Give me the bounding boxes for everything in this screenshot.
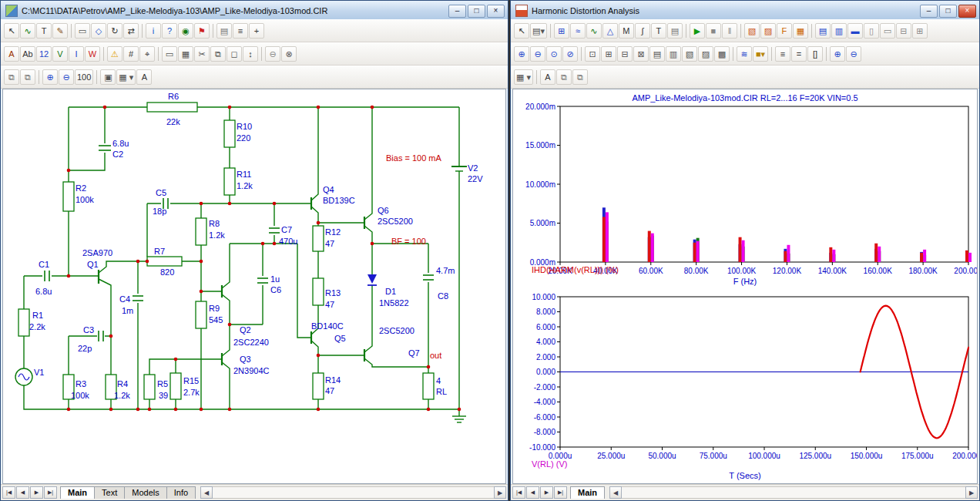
page-nav-first[interactable]: |◀ [512, 486, 525, 499]
tool-select-tool[interactable]: ↖ [514, 23, 529, 39]
scroll-left-button[interactable]: ◀ [200, 486, 213, 499]
tool-checkbox-icon[interactable]: ◻ [227, 46, 242, 62]
tool-disable-icon[interactable]: ⊖ [265, 46, 280, 62]
tool-off-icon[interactable]: ⊗ [281, 46, 297, 62]
tool-attribute-text-icon[interactable]: A [4, 46, 19, 62]
scroll-right-button[interactable]: ▶ [494, 486, 506, 499]
tool-magnify-out-icon[interactable]: ⊖ [846, 46, 861, 62]
tool-grid-on-icon[interactable]: ▩ [714, 46, 730, 62]
tool-fft-icon[interactable]: F [777, 23, 792, 39]
tool-sep1[interactable] [39, 70, 39, 84]
tool-slope-icon[interactable]: △ [602, 23, 618, 39]
tool-tile-h-icon[interactable]: ▭ [880, 23, 895, 39]
tool-scope-mode-icon[interactable]: ⊞ [554, 23, 569, 39]
plot-region[interactable]: AMP_Like-Melodiya-103mod.CIR RL=2...16 F… [512, 89, 978, 484]
tool-zoom-in-icon[interactable]: ⊕ [514, 46, 529, 62]
tool-zoom-100-icon[interactable]: 100 [75, 69, 93, 85]
tool-sep2[interactable] [158, 47, 159, 61]
tool-sep1[interactable] [536, 70, 537, 84]
tool-rectangle-tool[interactable]: ▭ [75, 23, 90, 39]
tool-zoom-select-icon[interactable]: ⊙ [546, 46, 562, 62]
tool-copy-icon[interactable]: ⧉ [210, 46, 226, 62]
tool-node-voltages-icon[interactable]: V [52, 46, 68, 62]
window-control-maximize[interactable]: □ [939, 5, 957, 18]
tool-magnify-in-icon[interactable]: ⊕ [830, 46, 845, 62]
transient-legend[interactable]: V(RL) (V) [532, 459, 567, 469]
page-nav-prev[interactable]: ◀ [526, 486, 539, 499]
tool-crosshair-icon[interactable]: ⌖ [139, 46, 155, 62]
tool-sep3[interactable] [771, 47, 772, 61]
tool-annotate-icon[interactable]: A [540, 69, 555, 85]
tool-sep1[interactable] [103, 47, 104, 61]
tool-annotate-icon[interactable]: A [136, 69, 152, 85]
tool-sep3[interactable] [740, 24, 741, 38]
tool-waveform-icon[interactable]: ≈ [570, 23, 586, 39]
tool-graphics-tool[interactable]: ✎ [52, 23, 68, 39]
schematic-titlebar[interactable]: C:\MC11\DATA\Petrov\AMP_Like-Melodiya-10… [1, 1, 508, 19]
tool-camera-icon[interactable]: ▣ [100, 69, 116, 85]
tool-sep4[interactable] [826, 47, 827, 61]
tool-pause-button[interactable]: ‖ [722, 23, 737, 39]
transient-plot-svg[interactable]: 10.0008.0006.0004.0002.0000.000-2.000-4.… [513, 287, 978, 484]
tool-info-tool[interactable]: i [146, 23, 161, 39]
tab-info[interactable]: Info [166, 486, 196, 499]
tool-list-icon[interactable]: ≡ [775, 46, 790, 62]
tool-sep3[interactable] [261, 47, 262, 61]
tool-cursor-left-icon[interactable]: ▧ [744, 23, 760, 39]
tool-point-tag-tool[interactable]: ◉ [178, 23, 193, 39]
page-nav-first[interactable]: |◀ [2, 486, 15, 499]
tool-calc-icon[interactable]: = [791, 46, 807, 62]
schematic-canvas[interactable]: R622kR10220R111.2k6.8uC2R2100kC518pR81.2… [2, 89, 506, 484]
tool-find-part-icon[interactable]: + [249, 23, 264, 39]
tool-data-points-icon[interactable]: ▦ [793, 23, 808, 39]
tool-flag-tool[interactable]: ⚑ [194, 23, 210, 39]
tool-sep3[interactable] [213, 24, 213, 38]
tool-polygon-tool[interactable]: ◇ [91, 23, 106, 39]
tab-main[interactable]: Main [60, 486, 95, 499]
tool-list-icon[interactable]: ≡ [233, 23, 248, 39]
tool-pin-names-icon[interactable]: Ab [20, 46, 35, 62]
tool-flip-tool[interactable]: ⇄ [123, 23, 139, 39]
tool-run-button[interactable]: ▶ [690, 23, 705, 39]
distortion-legend[interactable]: IHD(HARM(v(RL))) (%) [532, 265, 619, 274]
tool-sine-icon[interactable]: ∿ [586, 23, 602, 39]
tool-currents-icon[interactable]: I [69, 46, 84, 62]
tool-clip2-icon[interactable]: ⧉ [572, 69, 588, 85]
tool-file-combo-icon[interactable]: ▤▾ [530, 23, 547, 39]
tool-help-tool[interactable]: ? [162, 23, 177, 39]
distortion-plot-svg[interactable]: 20.000m15.000m10.000m5.000m0.000m20.00K4… [513, 89, 978, 287]
window-control-close[interactable]: × [487, 5, 505, 18]
tool-stack-plots-icon[interactable]: ≋ [737, 46, 752, 62]
tool-tile-v-icon[interactable]: ▯ [864, 23, 879, 39]
tool-page-icon[interactable]: ▤ [667, 23, 683, 39]
tool-color-combo-icon[interactable]: ■▾ [753, 46, 768, 62]
page-nav-last[interactable]: ▶| [44, 486, 57, 499]
tool-sep2[interactable] [96, 70, 97, 84]
tool-cascade-icon[interactable]: ⊞ [912, 23, 928, 39]
tool-measure-icon[interactable]: M [619, 23, 634, 39]
tool-clip1-icon[interactable]: ⧉ [556, 69, 572, 85]
tool-select-tool[interactable]: ↖ [4, 23, 19, 39]
tool-mode-combo-icon[interactable]: ▦ ▾ [116, 69, 136, 85]
tool-stop-button[interactable]: ■ [706, 23, 721, 39]
window-control-close[interactable]: × [958, 5, 976, 18]
tool-sep2[interactable] [686, 24, 686, 38]
tool-axes-2-icon[interactable]: ⊟ [617, 46, 633, 62]
tool-cut-icon[interactable]: ✂ [194, 46, 210, 62]
tool-grid-combo-icon[interactable]: ▦ ▾ [514, 69, 533, 85]
tool-sep2[interactable] [142, 24, 143, 38]
tool-wire-tool[interactable]: ∿ [20, 23, 35, 39]
tool-log-x-icon[interactable]: ▧ [682, 46, 697, 62]
tool-sep1[interactable] [581, 47, 582, 61]
tool-zoom-off-icon[interactable]: ⊘ [562, 46, 578, 62]
tool-rotate-tool[interactable]: ↻ [107, 23, 123, 39]
tool-integral-icon[interactable]: ∫ [635, 23, 650, 39]
tool-grid-text-icon[interactable]: # [123, 46, 139, 62]
tool-axes-3-icon[interactable]: ⊠ [633, 46, 649, 62]
tab-models[interactable]: Models [124, 486, 166, 499]
tool-sep1[interactable] [71, 24, 72, 38]
tool-scale-x-icon[interactable]: ▤ [649, 46, 665, 62]
tool-power-icon[interactable]: W [85, 46, 100, 62]
tool-text-tool[interactable]: T [36, 23, 52, 39]
page-nav-next[interactable]: ▶ [30, 486, 43, 499]
